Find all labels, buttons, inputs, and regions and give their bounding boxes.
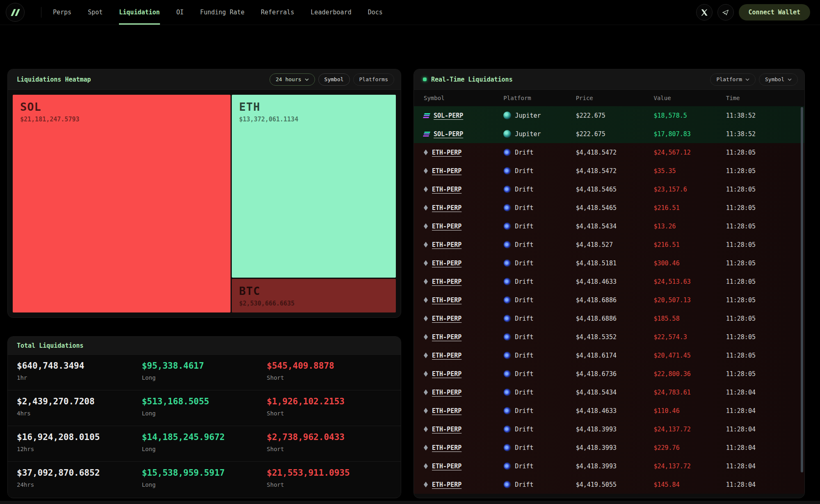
- realtime-controls: Platform Symbol: [710, 73, 798, 86]
- coin-icon: [424, 463, 428, 469]
- symbol-link[interactable]: ETH-PERP: [432, 426, 461, 433]
- app-logo[interactable]: [6, 3, 25, 22]
- treemap-block-btc[interactable]: BTC $2,530,666.6635: [232, 279, 396, 312]
- value-cell: $20,507.13: [653, 296, 726, 304]
- main-nav: Perps Spot Liquidation OI Funding Rate R…: [53, 0, 383, 25]
- period-label: 12hrs: [17, 446, 142, 452]
- symbol-link[interactable]: SOL-PERP: [434, 112, 463, 119]
- platform-name: Drift: [515, 315, 533, 322]
- value-cell: $24,783.61: [653, 389, 726, 396]
- telegram-button[interactable]: [717, 4, 734, 21]
- platform-icon: [503, 388, 511, 396]
- platform-filter-dropdown[interactable]: Platform: [710, 73, 756, 86]
- symbol-link[interactable]: ETH-PERP: [432, 149, 461, 156]
- symbol-link[interactable]: ETH-PERP: [432, 296, 461, 304]
- platform-name: Drift: [515, 167, 533, 175]
- platforms-toggle-button[interactable]: Platforms: [353, 73, 394, 86]
- price-cell: $4,418.5434: [576, 223, 654, 230]
- nav-item-label: OI: [176, 9, 184, 16]
- symbol-link[interactable]: SOL-PERP: [434, 130, 463, 138]
- x-social-button[interactable]: [696, 4, 713, 21]
- price-cell: $4,418.6736: [576, 370, 654, 378]
- symbol-link[interactable]: ETH-PERP: [432, 352, 461, 359]
- table-row: ETH-PERP Drift $4,418.5472 $35.35 11:28:…: [414, 162, 804, 180]
- coin-icon: [424, 482, 428, 488]
- symbol-link[interactable]: ETH-PERP: [432, 407, 461, 415]
- platform-name: Drift: [515, 407, 533, 415]
- symbol-link[interactable]: ETH-PERP: [432, 444, 461, 452]
- symbol-link[interactable]: ETH-PERP: [432, 370, 461, 378]
- time-cell: 11:28:05: [726, 315, 795, 322]
- symbol-link[interactable]: ETH-PERP: [432, 260, 461, 267]
- price-cell: $4,419.5055: [576, 481, 654, 488]
- long-label: Long: [142, 481, 267, 488]
- connect-wallet-button[interactable]: Connect Wallet: [739, 4, 810, 21]
- symbol-link[interactable]: ETH-PERP: [432, 241, 461, 249]
- value-cell: $24,513.63: [653, 278, 726, 285]
- symbol-link[interactable]: ETH-PERP: [432, 481, 461, 488]
- symbol-link[interactable]: ETH-PERP: [432, 186, 461, 193]
- total-value: $640,748.3494: [17, 361, 142, 371]
- nav-item[interactable]: Liquidation: [119, 0, 160, 25]
- price-cell: $4,418.3993: [576, 463, 654, 470]
- treemap-block-sol[interactable]: SOL $21,181,247.5793: [13, 95, 231, 312]
- treemap-block-eth[interactable]: ETH $13,372,061.1134: [232, 95, 396, 278]
- platform-icon: [503, 241, 511, 249]
- platform-name: Jupiter: [515, 112, 541, 119]
- symbol-link[interactable]: ETH-PERP: [432, 204, 461, 212]
- platform-filter-label: Platform: [716, 76, 742, 82]
- time-cell: 11:28:05: [726, 149, 795, 156]
- symbol-link[interactable]: ETH-PERP: [432, 389, 461, 396]
- navbar: Perps Spot Liquidation OI Funding Rate R…: [0, 0, 820, 25]
- nav-item[interactable]: Leaderboard: [311, 0, 351, 25]
- table-row: ETH-PERP Drift $4,418.5472 $24,567.12 11…: [414, 143, 804, 162]
- nav-item-label: Spot: [88, 9, 103, 16]
- platform-name: Drift: [515, 389, 533, 396]
- symbol-link[interactable]: ETH-PERP: [432, 223, 461, 230]
- symbol-link[interactable]: ETH-PERP: [432, 167, 461, 175]
- table-row: SOL-PERP Jupiter $222.675 $18,578.5 11:3…: [414, 106, 804, 125]
- telegram-icon: [722, 9, 729, 16]
- col-time: Time: [726, 95, 795, 101]
- scrollbar-track: [801, 107, 803, 484]
- value-cell: $216.51: [653, 241, 726, 249]
- nav-item[interactable]: Spot: [88, 0, 103, 25]
- coin-icon: [424, 260, 428, 266]
- nav-item[interactable]: OI: [176, 0, 184, 25]
- coin-icon: [423, 113, 430, 118]
- value-cell: $18,578.5: [653, 112, 726, 119]
- platform-name: Drift: [515, 370, 533, 378]
- symbol-link[interactable]: ETH-PERP: [432, 315, 461, 322]
- nav-item[interactable]: Funding Rate: [200, 0, 244, 25]
- double-slash-logo-icon: [11, 9, 20, 16]
- time-cell: 11:28:05: [726, 333, 795, 341]
- price-cell: $4,418.5434: [576, 389, 654, 396]
- platform-icon: [503, 425, 511, 433]
- period-label: 1hr: [17, 374, 142, 381]
- symbol-link[interactable]: ETH-PERP: [432, 333, 461, 341]
- symbol-link[interactable]: ETH-PERP: [432, 278, 461, 285]
- nav-item[interactable]: Docs: [368, 0, 383, 25]
- platform-name: Drift: [515, 463, 533, 470]
- symbol-toggle-button[interactable]: Symbol: [318, 73, 350, 86]
- nav-item-label: Liquidation: [119, 9, 160, 16]
- nav-item[interactable]: Perps: [53, 0, 71, 25]
- time-cell: 11:28:05: [726, 167, 795, 175]
- short-value: $1,926,102.2153: [267, 397, 392, 406]
- value-cell: $24,137.72: [653, 463, 726, 470]
- totals-row: $37,092,870.6852 24hrs $15,538,959.5917 …: [8, 462, 401, 497]
- platform-name: Drift: [515, 481, 533, 488]
- table-row: ETH-PERP Drift $4,418.5434 $24,783.61 11…: [414, 383, 804, 401]
- symbol-filter-dropdown[interactable]: Symbol: [759, 73, 798, 86]
- block-symbol: BTC: [239, 285, 396, 297]
- symbol-link[interactable]: ETH-PERP: [432, 463, 461, 470]
- heatmap-title: Liquidations Heatmap: [17, 76, 91, 83]
- scrollbar-thumb[interactable]: [801, 107, 803, 472]
- chevron-down-icon: [305, 78, 309, 81]
- price-cell: $4,418.4633: [576, 278, 654, 285]
- timeframe-dropdown[interactable]: 24 hours: [270, 73, 315, 86]
- nav-item[interactable]: Referrals: [261, 0, 294, 25]
- total-value: $2,439,270.7208: [17, 397, 142, 406]
- coin-icon: [424, 334, 428, 340]
- value-cell: $20,471.45: [653, 352, 726, 359]
